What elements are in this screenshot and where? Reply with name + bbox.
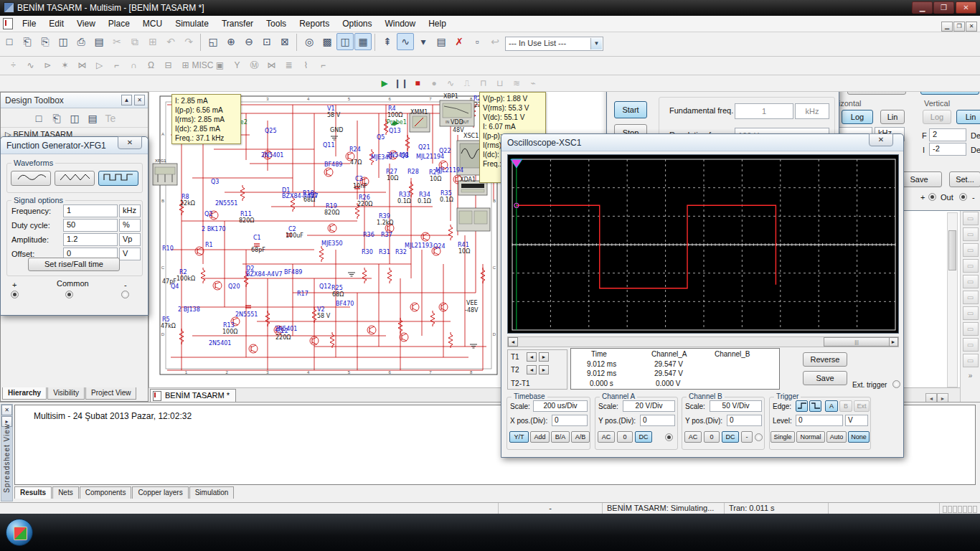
- instrument-icon[interactable]: ▭: [963, 306, 979, 320]
- close-button[interactable]: ✕: [956, 1, 976, 14]
- trigger-normal-button[interactable]: Normal: [796, 431, 825, 443]
- instrument-icon[interactable]: ▭: [963, 259, 979, 273]
- breakpoint-icon[interactable]: ⌁: [525, 76, 541, 90]
- misc-icon[interactable]: MISC: [194, 57, 211, 73]
- peripherals-icon[interactable]: Ω: [143, 57, 159, 73]
- channel-a-ypos-input[interactable]: 0: [640, 415, 675, 426]
- menu-reports[interactable]: Reports: [293, 16, 336, 32]
- tab-hierarchy[interactable]: Hierarchy: [2, 387, 47, 400]
- common-terminal[interactable]: [65, 291, 73, 298]
- spreadsheet-close-icon[interactable]: ✕: [1, 405, 12, 415]
- ab-mode-button[interactable]: A/B: [571, 431, 590, 443]
- menu-options[interactable]: Options: [336, 16, 378, 32]
- minimize-button[interactable]: ▁: [912, 1, 933, 14]
- instrument-icon[interactable]: ▭: [963, 338, 979, 352]
- yt-mode-button[interactable]: Y/T: [509, 431, 529, 443]
- spreadsheet-toggle-icon[interactable]: ▦: [354, 33, 372, 50]
- channel-a-radio[interactable]: [665, 433, 673, 441]
- set-rise-fall-button[interactable]: Set rise/Fall time: [28, 258, 120, 271]
- frequency-input[interactable]: 1: [63, 204, 118, 217]
- in-use-list-dropdown[interactable]: --- In Use List --- ▼: [505, 37, 603, 51]
- plus-terminal[interactable]: [11, 291, 19, 298]
- child-restore-icon[interactable]: ❐: [953, 22, 965, 32]
- print-preview-icon[interactable]: ▤: [90, 33, 108, 50]
- chevron-down-icon[interactable]: ▼: [590, 38, 602, 50]
- ba-mode-button[interactable]: B/A: [551, 431, 570, 443]
- duty-cycle-input[interactable]: 50: [63, 219, 118, 232]
- erc-check-icon[interactable]: ✗: [451, 33, 468, 50]
- rising-edge-icon[interactable]: [796, 400, 808, 412]
- ni-component-icon[interactable]: ⋈: [263, 57, 280, 73]
- reverse-button[interactable]: Reverse: [803, 352, 847, 367]
- falling-edge-icon[interactable]: [809, 400, 821, 412]
- channel-a-ac-button[interactable]: AC: [598, 431, 615, 443]
- open-file-icon[interactable]: ⎗: [19, 33, 36, 50]
- new-file-icon[interactable]: □: [1, 33, 18, 50]
- child-close-icon[interactable]: ✕: [966, 22, 977, 32]
- vertical-lin-button[interactable]: Lin: [956, 110, 980, 124]
- zoom-out-icon[interactable]: ⊖: [240, 33, 258, 50]
- dtb-open-icon[interactable]: ⎗: [48, 110, 65, 127]
- back-annotate-icon[interactable]: ↩: [486, 33, 504, 50]
- dtb-te-icon[interactable]: Te: [102, 110, 119, 127]
- tab-benim-tasarm[interactable]: BENİM TASARM *: [150, 389, 236, 402]
- panel-close-icon[interactable]: ✕: [134, 95, 145, 105]
- timebase-xpos-input[interactable]: 0: [552, 415, 588, 426]
- instrument-icon[interactable]: ▭: [963, 291, 979, 304]
- open-sample-icon[interactable]: ⎘: [37, 33, 54, 50]
- wizard-icon[interactable]: ⇞: [379, 33, 396, 50]
- frequency-unit[interactable]: kHz: [119, 204, 141, 217]
- tab-results[interactable]: Results: [14, 486, 52, 499]
- channel-a-0-button[interactable]: 0: [617, 431, 633, 443]
- start-button[interactable]: [6, 519, 33, 546]
- analog-icon[interactable]: ⋈: [74, 57, 90, 73]
- mcu-icon[interactable]: ∩: [126, 57, 142, 73]
- bus-icon[interactable]: ⌐: [315, 57, 331, 73]
- step-into-icon[interactable]: ⎍: [459, 76, 475, 90]
- tab-visibility[interactable]: Visibility: [47, 387, 85, 400]
- electromech-icon[interactable]: Ⓜ: [246, 57, 263, 73]
- breadboard-icon[interactable]: ▩: [319, 33, 336, 50]
- menu-tools[interactable]: Tools: [260, 16, 293, 32]
- t1-right-icon[interactable]: ►: [539, 352, 549, 362]
- fullscreen-icon[interactable]: ◱: [204, 33, 222, 50]
- tab-nets[interactable]: Nets: [52, 486, 79, 499]
- channel-b-scale-input[interactable]: 50 V/Div: [710, 400, 762, 412]
- amplitude-input[interactable]: 1.2: [63, 233, 118, 246]
- instrument-icon[interactable]: ▭: [963, 212, 979, 225]
- source-icon[interactable]: ÷: [5, 57, 22, 73]
- dtb-doc-icon[interactable]: ▤: [84, 110, 101, 127]
- region-icon[interactable]: ▫: [468, 33, 486, 50]
- trigger-single-button[interactable]: Single: [771, 431, 795, 443]
- ext-trigger-radio[interactable]: [892, 380, 900, 388]
- horizontal-lin-button[interactable]: Lin: [880, 110, 905, 124]
- instrument-icon[interactable]: ▭: [963, 354, 979, 367]
- amplitude-unit[interactable]: Vp: [119, 233, 141, 246]
- menu-simulate[interactable]: Simulate: [169, 16, 215, 32]
- bode-plus-terminal[interactable]: [928, 193, 936, 201]
- zoom-fit-icon[interactable]: ⊠: [276, 33, 293, 50]
- diode-icon[interactable]: ⊳: [39, 57, 56, 73]
- horizontal-log-button[interactable]: Log: [842, 110, 873, 124]
- vertical-log-button[interactable]: Log: [923, 110, 951, 124]
- oscilloscope-close-icon[interactable]: ✕: [869, 133, 893, 146]
- function-generator-close-icon[interactable]: ✕: [118, 136, 142, 149]
- add-mode-button[interactable]: Add: [530, 431, 550, 443]
- channel-b-dc-button[interactable]: DC: [722, 431, 739, 443]
- undo-icon[interactable]: ↶: [162, 33, 179, 50]
- menu-mcu[interactable]: MCU: [136, 16, 169, 32]
- channel-b-radio[interactable]: [755, 433, 763, 441]
- pause-sim-icon[interactable]: ∿: [443, 76, 458, 90]
- fundamental-freq-input[interactable]: 1: [735, 103, 793, 119]
- vertical-i-input[interactable]: -2: [929, 143, 966, 156]
- redo-icon[interactable]: ↷: [180, 33, 197, 50]
- instrument-icon[interactable]: ▭: [963, 243, 979, 257]
- dtb-new-icon[interactable]: □: [30, 110, 47, 127]
- oscilloscope-scrollbar[interactable]: ◄ ► |||: [507, 336, 899, 347]
- tab-simulation[interactable]: Simulation: [189, 486, 235, 499]
- save-icon[interactable]: ◫: [55, 33, 72, 50]
- instrument-icon[interactable]: ▭: [963, 275, 979, 288]
- channel-a-scale-input[interactable]: 20 V/Div: [623, 400, 675, 412]
- zoom-area-icon[interactable]: ⊡: [258, 33, 275, 50]
- save-button[interactable]: Save: [803, 371, 847, 385]
